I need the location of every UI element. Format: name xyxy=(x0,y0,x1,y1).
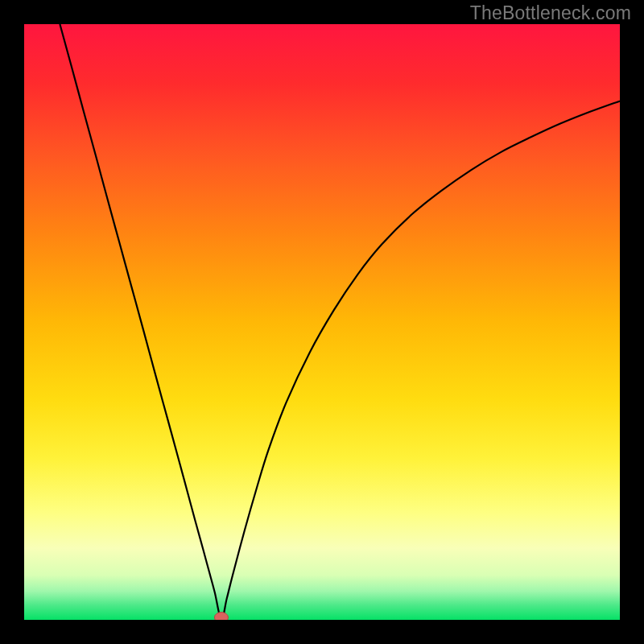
plot-background xyxy=(24,24,620,620)
watermark-text: TheBottleneck.com xyxy=(470,2,631,24)
bottleneck-chart xyxy=(0,0,644,644)
chart-container: TheBottleneck.com xyxy=(0,0,644,644)
